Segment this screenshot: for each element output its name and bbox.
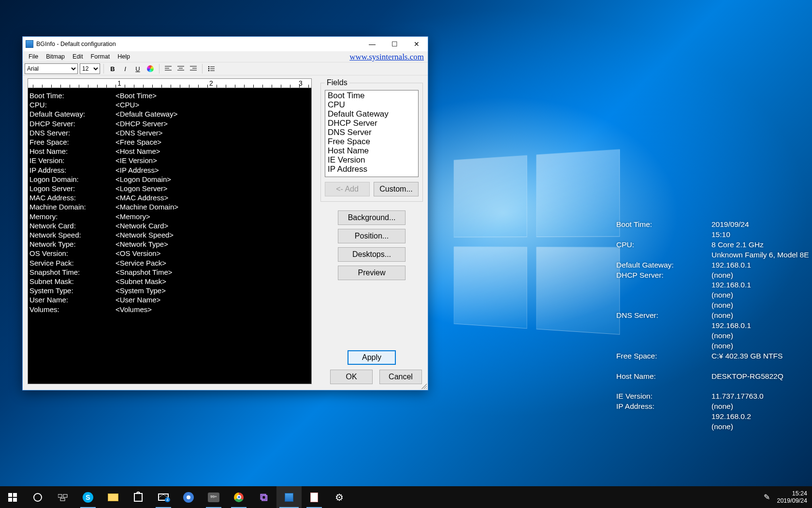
ok-button[interactable]: OK — [330, 370, 373, 384]
add-button[interactable]: <- Add — [325, 182, 370, 196]
app-icon — [26, 40, 33, 48]
editor-row: Boot Time:<Boot Time> — [29, 91, 310, 100]
align-center-button[interactable] — [175, 63, 186, 74]
search-button[interactable] — [25, 486, 50, 508]
desktops-button[interactable]: Desktops... — [338, 247, 406, 262]
background-button[interactable]: Background... — [338, 210, 406, 225]
camera-icon — [183, 492, 194, 503]
fields-list[interactable]: Boot TimeCPUDefault GatewayDHCP ServerDN… — [325, 90, 419, 177]
task-view-icon — [58, 493, 68, 501]
italic-button[interactable]: I — [120, 63, 130, 74]
bginfo-window: BGInfo - Default configuration — ☐ ✕ Fil… — [22, 36, 428, 390]
menu-bitmap[interactable]: Bitmap — [42, 52, 69, 61]
editor-row: IP Address:<IP Address> — [29, 165, 310, 175]
skype-icon: S — [83, 492, 93, 503]
editor-row: DNS Server:<DNS Server> — [29, 128, 310, 137]
editor-row: Default Gateway:<Default Gateway> — [29, 109, 310, 119]
taskbar-app-vs[interactable]: ⧉ — [251, 486, 276, 508]
custom-button[interactable]: Custom... — [374, 182, 419, 196]
editor-row: System Type:<System Type> — [29, 286, 310, 295]
editor-row: Memory:<Memory> — [29, 212, 310, 221]
taskbar-app-explorer[interactable] — [101, 486, 126, 508]
position-button[interactable]: Position... — [338, 229, 406, 243]
desktop-info-labels: Boot Time: CPU: Default Gateway:DHCP Ser… — [616, 220, 703, 432]
task-view-button[interactable] — [50, 486, 75, 508]
editor-row: Snapshot Time:<Snapshot Time> — [29, 268, 310, 277]
lingoes-icon: 99+ — [208, 493, 219, 502]
editor-row: User Name:<User Name> — [29, 295, 310, 304]
field-item[interactable]: IP Address — [326, 164, 418, 174]
editor-row: MAC Address:<MAC Address> — [29, 193, 310, 202]
gear-icon: ⚙ — [335, 492, 344, 503]
pen-icon[interactable]: ✎ — [764, 493, 770, 502]
windows-logo — [454, 149, 620, 335]
color-button[interactable] — [145, 63, 156, 74]
sysinternals-link[interactable]: www.sysinternals.com — [349, 52, 424, 62]
field-item[interactable]: DHCP Server — [326, 119, 418, 128]
resize-grip[interactable] — [420, 382, 427, 389]
field-item[interactable]: Default Gateway — [326, 109, 418, 119]
start-button[interactable] — [0, 486, 25, 508]
template-editor[interactable]: Boot Time:<Boot Time>CPU:<CPU>Default Ga… — [28, 88, 312, 384]
editor-row: Logon Domain:<Logon Domain> — [29, 175, 310, 184]
menu-help[interactable]: Help — [114, 52, 134, 61]
editor-row: Logon Server:<Logon Server> — [29, 184, 310, 193]
editor-row: Host Name:<Host Name> — [29, 147, 310, 156]
fields-group: Fields Boot TimeCPUDefault GatewayDHCP S… — [320, 78, 423, 202]
taskbar-app-mail[interactable]: 4 — [151, 486, 176, 508]
editor-row: Volumes:<Volumes> — [29, 305, 310, 314]
clock[interactable]: 15:24 2019/09/24 — [777, 490, 807, 505]
preview-button[interactable]: Preview — [338, 266, 406, 280]
maximize-button[interactable]: ☐ — [383, 37, 406, 51]
field-item[interactable]: Free Space — [326, 137, 418, 146]
editor-row: CPU:<CPU> — [29, 100, 310, 109]
palette-icon — [147, 65, 154, 72]
field-item[interactable]: Boot Time — [326, 91, 418, 100]
taskbar-app-store[interactable] — [126, 486, 151, 508]
fields-legend: Fields — [325, 78, 349, 87]
mail-icon: 4 — [158, 493, 169, 501]
titlebar[interactable]: BGInfo - Default configuration — ☐ ✕ — [23, 37, 428, 51]
editor-row: IE Version:<IE Version> — [29, 156, 310, 165]
menu-file[interactable]: File — [25, 52, 42, 61]
underline-button[interactable]: U — [132, 63, 143, 74]
taskbar-app-camera[interactable] — [176, 486, 201, 508]
taskbar-app-skype[interactable]: S — [75, 486, 101, 508]
field-item[interactable]: CPU — [326, 100, 418, 109]
close-button[interactable]: ✕ — [406, 37, 428, 51]
ruler: 1 2 3 — [28, 78, 312, 88]
svg-rect-3 — [58, 494, 62, 497]
menu-format[interactable]: Format — [87, 52, 114, 61]
taskbar-app-chrome[interactable] — [226, 486, 251, 508]
field-item[interactable]: IE Version — [326, 155, 418, 164]
taskbar-app-settings[interactable]: ⚙ — [327, 486, 352, 508]
field-item[interactable]: DNS Server — [326, 128, 418, 137]
align-left-button[interactable] — [163, 63, 174, 74]
chrome-icon — [234, 493, 244, 502]
windows-icon — [8, 493, 17, 502]
taskbar-app-other1[interactable] — [302, 486, 327, 508]
taskbar-app-lingoes[interactable]: 99+ — [201, 486, 226, 508]
editor-row: Service Pack:<Service Pack> — [29, 258, 310, 268]
field-item[interactable]: Host Name — [326, 146, 418, 155]
cancel-button[interactable]: Cancel — [379, 370, 422, 384]
align-left-icon — [165, 66, 172, 72]
app-icon-generic — [310, 493, 318, 502]
window-title: BGInfo - Default configuration — [36, 41, 116, 47]
editor-row: Subnet Mask:<Subnet Mask> — [29, 277, 310, 286]
align-center-icon — [177, 66, 184, 72]
visual-studio-icon: ⧉ — [260, 491, 268, 504]
editor-row: Machine Domain:<Machine Domain> — [29, 202, 310, 211]
minimize-button[interactable]: — — [361, 37, 383, 51]
align-right-button[interactable] — [188, 63, 199, 74]
system-tray[interactable]: ✎ 15:24 2019/09/24 — [759, 486, 812, 508]
apply-button[interactable]: Apply — [348, 350, 396, 365]
editor-row: Network Speed:<Network Speed> — [29, 230, 310, 239]
bullets-button[interactable] — [206, 63, 217, 74]
size-select[interactable]: 12 — [80, 63, 100, 74]
taskbar-app-bginfo[interactable] — [276, 486, 302, 508]
bold-button[interactable]: B — [107, 63, 118, 74]
menubar: File Bitmap Edit Format Help www.sysinte… — [23, 51, 428, 62]
menu-edit[interactable]: Edit — [69, 52, 87, 61]
font-select[interactable]: Arial — [25, 63, 78, 74]
